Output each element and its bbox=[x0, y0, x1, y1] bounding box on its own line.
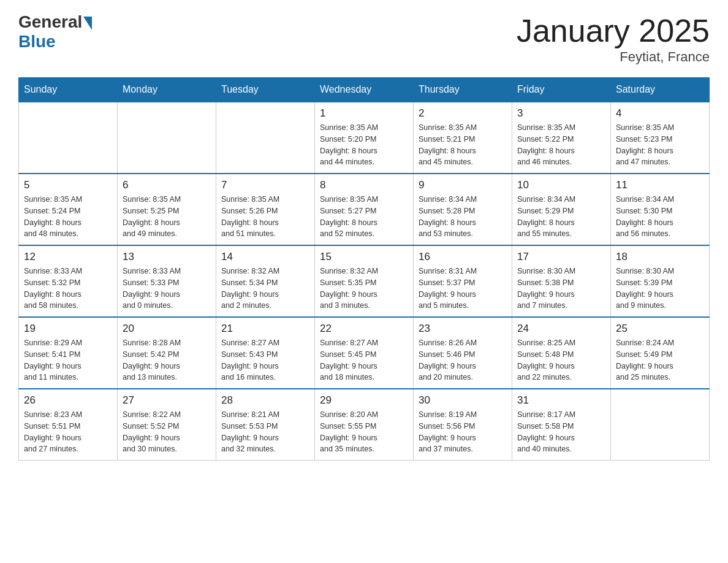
week-row-5: 26Sunrise: 8:23 AM Sunset: 5:51 PM Dayli… bbox=[19, 389, 710, 461]
calendar-cell: 3Sunrise: 8:35 AM Sunset: 5:22 PM Daylig… bbox=[512, 102, 611, 174]
calendar-cell: 24Sunrise: 8:25 AM Sunset: 5:48 PM Dayli… bbox=[512, 317, 611, 389]
day-info: Sunrise: 8:35 AM Sunset: 5:21 PM Dayligh… bbox=[419, 122, 507, 168]
day-info: Sunrise: 8:26 AM Sunset: 5:46 PM Dayligh… bbox=[419, 337, 507, 383]
day-number: 12 bbox=[24, 251, 112, 263]
day-number: 5 bbox=[24, 179, 112, 191]
day-number: 27 bbox=[123, 394, 211, 407]
day-number: 1 bbox=[320, 107, 408, 120]
day-header-wednesday: Wednesday bbox=[315, 78, 414, 102]
day-info: Sunrise: 8:27 AM Sunset: 5:43 PM Dayligh… bbox=[221, 337, 309, 383]
day-info: Sunrise: 8:35 AM Sunset: 5:26 PM Dayligh… bbox=[221, 194, 309, 240]
day-info: Sunrise: 8:30 AM Sunset: 5:38 PM Dayligh… bbox=[517, 266, 605, 312]
calendar-cell: 28Sunrise: 8:21 AM Sunset: 5:53 PM Dayli… bbox=[216, 389, 315, 461]
calendar-cell: 18Sunrise: 8:30 AM Sunset: 5:39 PM Dayli… bbox=[611, 245, 710, 317]
logo: General Blue bbox=[18, 12, 92, 52]
day-info: Sunrise: 8:25 AM Sunset: 5:48 PM Dayligh… bbox=[517, 337, 605, 383]
week-row-4: 19Sunrise: 8:29 AM Sunset: 5:41 PM Dayli… bbox=[19, 317, 710, 389]
day-number: 28 bbox=[221, 394, 309, 407]
day-number: 21 bbox=[221, 323, 309, 335]
calendar-cell: 8Sunrise: 8:35 AM Sunset: 5:27 PM Daylig… bbox=[315, 174, 414, 245]
calendar-cell: 11Sunrise: 8:34 AM Sunset: 5:30 PM Dayli… bbox=[611, 174, 710, 245]
day-info: Sunrise: 8:34 AM Sunset: 5:29 PM Dayligh… bbox=[517, 194, 605, 240]
day-info: Sunrise: 8:35 AM Sunset: 5:24 PM Dayligh… bbox=[24, 194, 112, 240]
calendar-cell: 13Sunrise: 8:33 AM Sunset: 5:33 PM Dayli… bbox=[118, 245, 216, 317]
calendar-cell: 17Sunrise: 8:30 AM Sunset: 5:38 PM Dayli… bbox=[512, 245, 611, 317]
calendar-cell bbox=[611, 389, 710, 461]
day-info: Sunrise: 8:34 AM Sunset: 5:30 PM Dayligh… bbox=[616, 194, 704, 240]
day-number: 29 bbox=[320, 394, 408, 407]
day-info: Sunrise: 8:22 AM Sunset: 5:52 PM Dayligh… bbox=[123, 409, 211, 455]
page-header: General Blue January 2025 Feytiat, Franc… bbox=[18, 12, 710, 65]
day-number: 7 bbox=[221, 179, 309, 191]
day-info: Sunrise: 8:32 AM Sunset: 5:35 PM Dayligh… bbox=[320, 266, 408, 312]
calendar-cell: 27Sunrise: 8:22 AM Sunset: 5:52 PM Dayli… bbox=[118, 389, 216, 461]
logo-arrow-icon bbox=[83, 17, 92, 30]
calendar-cell: 9Sunrise: 8:34 AM Sunset: 5:28 PM Daylig… bbox=[414, 174, 512, 245]
day-info: Sunrise: 8:28 AM Sunset: 5:42 PM Dayligh… bbox=[123, 337, 211, 383]
day-number: 8 bbox=[320, 179, 408, 191]
day-number: 24 bbox=[517, 323, 605, 335]
day-header-monday: Monday bbox=[118, 78, 216, 102]
day-info: Sunrise: 8:35 AM Sunset: 5:25 PM Dayligh… bbox=[123, 194, 211, 240]
day-number: 23 bbox=[419, 323, 507, 335]
calendar-cell: 14Sunrise: 8:32 AM Sunset: 5:34 PM Dayli… bbox=[216, 245, 315, 317]
calendar-cell: 30Sunrise: 8:19 AM Sunset: 5:56 PM Dayli… bbox=[414, 389, 512, 461]
day-info: Sunrise: 8:34 AM Sunset: 5:28 PM Dayligh… bbox=[419, 194, 507, 240]
day-info: Sunrise: 8:29 AM Sunset: 5:41 PM Dayligh… bbox=[24, 337, 112, 383]
day-number: 20 bbox=[123, 323, 211, 335]
day-number: 6 bbox=[123, 179, 211, 191]
calendar-cell: 7Sunrise: 8:35 AM Sunset: 5:26 PM Daylig… bbox=[216, 174, 315, 245]
calendar-cell: 15Sunrise: 8:32 AM Sunset: 5:35 PM Dayli… bbox=[315, 245, 414, 317]
day-info: Sunrise: 8:21 AM Sunset: 5:53 PM Dayligh… bbox=[221, 409, 309, 455]
calendar-cell bbox=[19, 102, 118, 174]
day-info: Sunrise: 8:27 AM Sunset: 5:45 PM Dayligh… bbox=[320, 337, 408, 383]
day-number: 25 bbox=[616, 323, 704, 335]
logo-blue-text: Blue bbox=[18, 32, 56, 52]
calendar-cell bbox=[216, 102, 315, 174]
day-number: 17 bbox=[517, 251, 605, 263]
calendar-table: SundayMondayTuesdayWednesdayThursdayFrid… bbox=[18, 77, 710, 461]
day-number: 4 bbox=[616, 107, 704, 120]
calendar-cell: 16Sunrise: 8:31 AM Sunset: 5:37 PM Dayli… bbox=[414, 245, 512, 317]
day-number: 22 bbox=[320, 323, 408, 335]
calendar-cell: 4Sunrise: 8:35 AM Sunset: 5:23 PM Daylig… bbox=[611, 102, 710, 174]
day-info: Sunrise: 8:24 AM Sunset: 5:49 PM Dayligh… bbox=[616, 337, 704, 383]
calendar-cell: 29Sunrise: 8:20 AM Sunset: 5:55 PM Dayli… bbox=[315, 389, 414, 461]
day-number: 14 bbox=[221, 251, 309, 263]
day-number: 10 bbox=[517, 179, 605, 191]
week-row-2: 5Sunrise: 8:35 AM Sunset: 5:24 PM Daylig… bbox=[19, 174, 710, 245]
day-header-sunday: Sunday bbox=[19, 78, 118, 102]
day-info: Sunrise: 8:20 AM Sunset: 5:55 PM Dayligh… bbox=[320, 409, 408, 455]
calendar-cell: 1Sunrise: 8:35 AM Sunset: 5:20 PM Daylig… bbox=[315, 102, 414, 174]
day-info: Sunrise: 8:35 AM Sunset: 5:22 PM Dayligh… bbox=[517, 122, 605, 168]
calendar-cell: 12Sunrise: 8:33 AM Sunset: 5:32 PM Dayli… bbox=[19, 245, 118, 317]
week-row-3: 12Sunrise: 8:33 AM Sunset: 5:32 PM Dayli… bbox=[19, 245, 710, 317]
day-info: Sunrise: 8:30 AM Sunset: 5:39 PM Dayligh… bbox=[616, 266, 704, 312]
calendar-title: January 2025 bbox=[517, 12, 710, 49]
calendar-cell: 5Sunrise: 8:35 AM Sunset: 5:24 PM Daylig… bbox=[19, 174, 118, 245]
day-info: Sunrise: 8:19 AM Sunset: 5:56 PM Dayligh… bbox=[419, 409, 507, 455]
calendar-location: Feytiat, France bbox=[517, 49, 710, 65]
day-number: 13 bbox=[123, 251, 211, 263]
day-number: 9 bbox=[419, 179, 507, 191]
day-header-tuesday: Tuesday bbox=[216, 78, 315, 102]
calendar-cell: 26Sunrise: 8:23 AM Sunset: 5:51 PM Dayli… bbox=[19, 389, 118, 461]
calendar-cell: 10Sunrise: 8:34 AM Sunset: 5:29 PM Dayli… bbox=[512, 174, 611, 245]
day-info: Sunrise: 8:33 AM Sunset: 5:33 PM Dayligh… bbox=[123, 266, 211, 312]
day-header-saturday: Saturday bbox=[611, 78, 710, 102]
day-number: 11 bbox=[616, 179, 704, 191]
week-row-1: 1Sunrise: 8:35 AM Sunset: 5:20 PM Daylig… bbox=[19, 102, 710, 174]
day-header-thursday: Thursday bbox=[414, 78, 512, 102]
calendar-cell: 20Sunrise: 8:28 AM Sunset: 5:42 PM Dayli… bbox=[118, 317, 216, 389]
calendar-cell: 2Sunrise: 8:35 AM Sunset: 5:21 PM Daylig… bbox=[414, 102, 512, 174]
day-number: 16 bbox=[419, 251, 507, 263]
calendar-cell: 19Sunrise: 8:29 AM Sunset: 5:41 PM Dayli… bbox=[19, 317, 118, 389]
day-number: 15 bbox=[320, 251, 408, 263]
day-info: Sunrise: 8:33 AM Sunset: 5:32 PM Dayligh… bbox=[24, 266, 112, 312]
day-number: 31 bbox=[517, 394, 605, 407]
calendar-header-row: SundayMondayTuesdayWednesdayThursdayFrid… bbox=[19, 78, 710, 102]
title-section: January 2025 Feytiat, France bbox=[517, 12, 710, 65]
day-info: Sunrise: 8:35 AM Sunset: 5:27 PM Dayligh… bbox=[320, 194, 408, 240]
calendar-cell: 25Sunrise: 8:24 AM Sunset: 5:49 PM Dayli… bbox=[611, 317, 710, 389]
calendar-cell: 21Sunrise: 8:27 AM Sunset: 5:43 PM Dayli… bbox=[216, 317, 315, 389]
